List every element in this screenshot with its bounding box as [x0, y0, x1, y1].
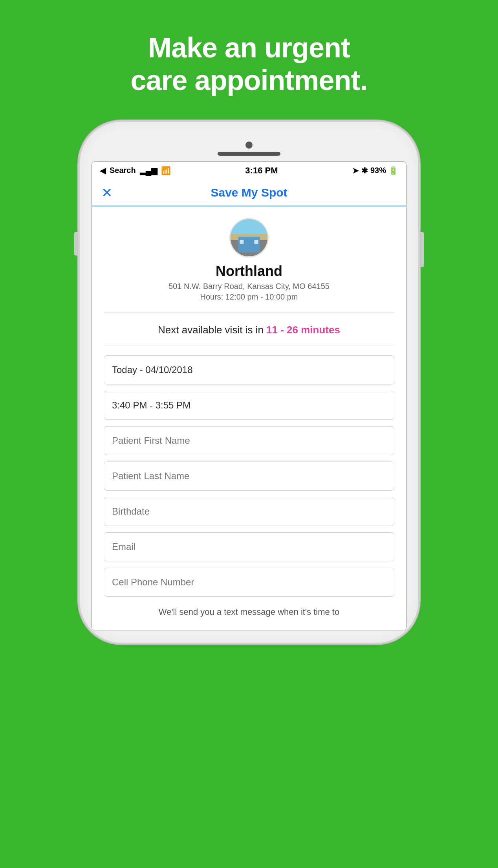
- email-input[interactable]: [104, 532, 394, 561]
- headline: Make an urgent care appointment.: [130, 31, 367, 97]
- bluetooth-icon: ✱: [361, 166, 368, 175]
- battery-icon: 🔋: [388, 166, 398, 175]
- status-left: ◀ Search ▂▄▆ 📶: [100, 166, 171, 175]
- wait-section: Next available visit is in 11 - 26 minut…: [104, 324, 394, 346]
- time-slot-value: 3:40 PM - 3:55 PM: [112, 400, 190, 410]
- wait-time-value: 11 - 26 minutes: [266, 324, 340, 336]
- status-bar: ◀ Search ▂▄▆ 📶 3:16 PM ➤ ✱ 93% 🔋: [92, 162, 406, 180]
- close-button[interactable]: ✕: [101, 185, 112, 200]
- time-slot-field: 3:40 PM - 3:55 PM: [104, 391, 394, 420]
- speaker: [218, 152, 280, 156]
- patient-first-name-input[interactable]: [104, 426, 394, 455]
- signal-icon: ▂▄▆: [140, 166, 157, 175]
- camera: [245, 142, 253, 149]
- battery-percent: 93%: [370, 166, 386, 175]
- birthdate-input[interactable]: [104, 497, 394, 526]
- location-arrow-icon: ➤: [352, 166, 359, 175]
- date-field: Today - 04/10/2018: [104, 355, 394, 384]
- patient-last-name-input[interactable]: [104, 462, 394, 491]
- nav-bar: ✕ Save My Spot: [92, 180, 406, 206]
- location-hours: Hours: 12:00 pm - 10:00 pm: [200, 292, 298, 302]
- back-chevron-icon: ◀: [100, 166, 106, 175]
- status-time: 3:16 PM: [245, 166, 278, 176]
- wait-prefix: Next available visit is in: [158, 324, 266, 336]
- status-right: ➤ ✱ 93% 🔋: [352, 166, 398, 175]
- nav-title: Save My Spot: [211, 186, 287, 199]
- phone-mockup: ◀ Search ▂▄▆ 📶 3:16 PM ➤ ✱ 93% 🔋 ✕ Save …: [78, 120, 420, 644]
- back-label: Search: [110, 166, 136, 175]
- footer-text: We'll send you a text message when it's …: [104, 603, 394, 619]
- wifi-icon: 📶: [161, 166, 171, 175]
- phone-top: [92, 134, 406, 161]
- location-section: Northland 501 N.W. Barry Road, Kansas Ci…: [104, 218, 394, 313]
- location-address: 501 N.W. Barry Road, Kansas City, MO 641…: [168, 282, 330, 291]
- location-name: Northland: [216, 263, 282, 280]
- building-icon: [238, 237, 260, 252]
- location-avatar: [229, 218, 269, 257]
- phone-input[interactable]: [104, 568, 394, 597]
- date-value: Today - 04/10/2018: [112, 364, 193, 375]
- avatar-bg: [231, 219, 267, 256]
- wait-time-text: Next available visit is in 11 - 26 minut…: [104, 324, 394, 336]
- content-area: Northland 501 N.W. Barry Road, Kansas Ci…: [92, 206, 406, 631]
- phone-screen: ◀ Search ▂▄▆ 📶 3:16 PM ➤ ✱ 93% 🔋 ✕ Save …: [92, 161, 406, 631]
- phone-shell: ◀ Search ▂▄▆ 📶 3:16 PM ➤ ✱ 93% 🔋 ✕ Save …: [78, 120, 420, 644]
